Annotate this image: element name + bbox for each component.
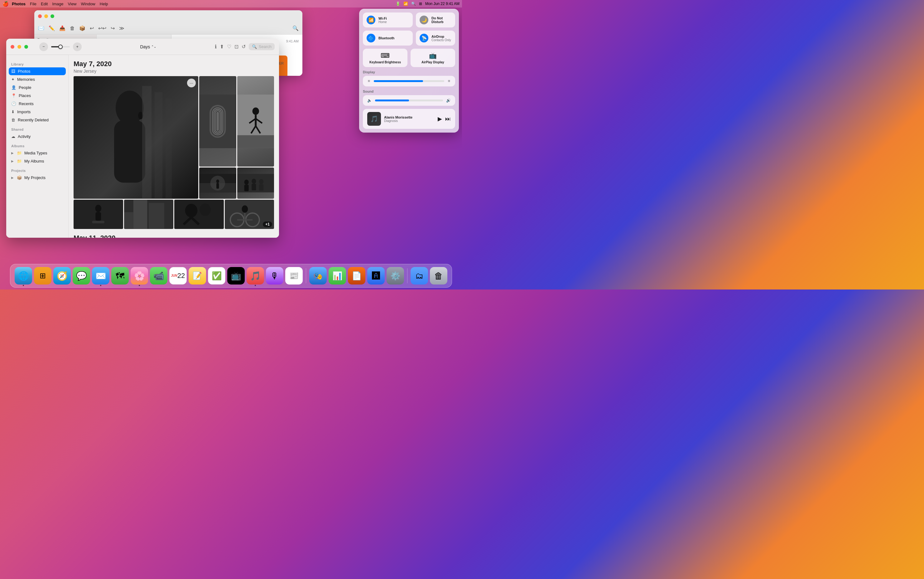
cc-bluetooth-tile[interactable]: 🔷 Bluetooth xyxy=(363,31,413,46)
dock-icon-music[interactable]: 🎵 xyxy=(246,267,264,285)
photo-thumb[interactable] xyxy=(199,167,236,199)
dock-icon-podcasts[interactable]: 🎙 xyxy=(266,267,284,285)
sidebar-item-my-albums[interactable]: ▶ 📁 My Albums xyxy=(9,157,66,165)
photos-minimize-button[interactable] xyxy=(18,45,21,49)
close-button[interactable] xyxy=(38,14,42,18)
apple-menu[interactable]: 🍎 xyxy=(3,1,9,7)
cc-airplay-tile[interactable]: 📺 AirPlay Display xyxy=(411,49,455,67)
cc-dnd-tile[interactable]: 🌙 Do Not Disturb xyxy=(416,13,455,28)
cc-keyboard-tile[interactable]: ⌨ Keyboard Brightness xyxy=(363,49,407,67)
menu-help[interactable]: Help xyxy=(100,2,108,6)
mail-delete-icon[interactable]: 🗑 xyxy=(70,26,75,31)
favorite-icon[interactable]: ♡ xyxy=(227,44,231,50)
battery-icon[interactable]: 🔋 xyxy=(396,2,400,6)
dock-icon-launchpad[interactable]: ⊞ xyxy=(34,267,51,285)
dock-icon-reminders[interactable]: ✅ xyxy=(208,267,225,285)
sidebar-item-recents[interactable]: 🕐 Recents xyxy=(9,100,66,108)
menu-image[interactable]: Image xyxy=(52,2,63,6)
mail-move-icon[interactable]: 📦 xyxy=(79,25,85,31)
sidebar-item-people[interactable]: 👤 People xyxy=(9,83,66,92)
minimize-button[interactable] xyxy=(44,14,48,18)
photo-thumb[interactable] xyxy=(73,200,123,229)
mail-search-icon[interactable]: 🔍 xyxy=(292,25,299,31)
search-icon[interactable]: 🔍 xyxy=(411,2,416,6)
dock-icon-notes[interactable]: 📝 xyxy=(189,267,206,285)
dock-icon-system-preferences[interactable]: ⚙️ xyxy=(386,267,404,285)
photo-ellipsis-btn[interactable]: ··· xyxy=(187,79,196,87)
photo-thumb[interactable]: ··· xyxy=(73,76,198,199)
dock-icon-numbers[interactable]: 📊 xyxy=(329,267,346,285)
cc-airdrop-tile[interactable]: 📡 AirDrop Contacts Only xyxy=(416,31,455,46)
days-selector[interactable]: Days ⌃⌄ xyxy=(140,44,156,49)
dock-icon-finder[interactable]: 🌐 xyxy=(15,267,32,285)
controlcenter-icon[interactable]: ⊞ xyxy=(419,2,422,6)
menu-file[interactable]: File xyxy=(30,2,36,6)
dock-icon-mail[interactable]: ✉️ xyxy=(92,267,109,285)
sound-slider-row: 🔈 🔊 xyxy=(363,95,455,106)
menu-window[interactable]: Window xyxy=(81,2,95,6)
arrow-icon: ▶ xyxy=(11,176,14,179)
dock-icon-appstore[interactable]: 🅰 xyxy=(367,267,385,285)
photo-thumb[interactable]: +1 xyxy=(225,200,274,229)
volume-slider[interactable] xyxy=(375,100,443,101)
sidebar-item-photos[interactable]: 🖼 Photos xyxy=(9,67,66,75)
search-icon: 🔍 xyxy=(252,44,257,49)
photo-thumb[interactable] xyxy=(237,167,274,199)
app-name[interactable]: Photos xyxy=(12,2,26,6)
dock-icon-news[interactable]: 📰 xyxy=(285,267,303,285)
dock-icon-appletv[interactable]: 📺 xyxy=(227,267,245,285)
search-bar[interactable]: 🔍 Search xyxy=(249,43,275,50)
rotate-icon[interactable]: ↺ xyxy=(241,44,246,50)
photo-thumb[interactable] xyxy=(124,200,174,229)
sidebar-item-memories[interactable]: ✦ Memories xyxy=(9,75,66,83)
sidebar-item-places[interactable]: 📍 Places xyxy=(9,92,66,100)
sidebar-item-activity[interactable]: ☁ Activity xyxy=(9,132,66,141)
dock-icon-messages[interactable]: 💬 xyxy=(73,267,90,285)
svg-point-35 xyxy=(95,204,101,212)
mail-replyall-icon[interactable]: ↩↩ xyxy=(98,25,106,31)
photos-title-center: Days ⌃⌄ xyxy=(85,44,212,49)
share-icon[interactable]: ⬆ xyxy=(220,44,224,50)
cc-wifi-tile[interactable]: 📶 Wi-Fi Home xyxy=(363,13,413,28)
photos-icon: 🖼 xyxy=(11,69,15,74)
menu-view[interactable]: View xyxy=(68,2,77,6)
mail-reply-icon[interactable]: ↩ xyxy=(90,25,94,31)
sidebar-item-media-types[interactable]: ▶ 📁 Media Types xyxy=(9,149,66,157)
dock-icon-trash[interactable]: 🗑 xyxy=(430,267,447,285)
mail-forward-icon[interactable]: ↪ xyxy=(111,25,115,31)
photo-thumb[interactable] xyxy=(237,76,274,167)
photos-fullscreen-button[interactable] xyxy=(24,45,28,49)
dock-icon-keynote[interactable]: 🎭 xyxy=(309,267,327,285)
dock-icon-calendar[interactable]: JUN 22 xyxy=(169,267,187,285)
airplay-display-label: AirPlay Display xyxy=(422,61,444,64)
brightness-slider[interactable] xyxy=(374,80,444,82)
dock-icon-maps[interactable]: 🗺 xyxy=(111,267,129,285)
mail-more-icon[interactable]: ≫ xyxy=(119,25,124,31)
dock-icon-pages[interactable]: 📄 xyxy=(348,267,365,285)
skip-forward-button[interactable]: ⏭ xyxy=(445,116,451,122)
photo-thumb[interactable] xyxy=(174,200,224,229)
sidebar-item-recently-deleted[interactable]: 🗑 Recently Deleted xyxy=(9,116,66,124)
photos-close-button[interactable] xyxy=(11,45,14,49)
zoom-slider[interactable] xyxy=(51,46,70,47)
zoom-in-button[interactable]: + xyxy=(73,43,81,51)
dock-icon-photos[interactable]: 🌸 xyxy=(130,267,148,285)
sidebar-item-imports[interactable]: ⬇ Imports xyxy=(9,108,66,116)
mail-archive-icon[interactable]: 📥 xyxy=(59,25,65,31)
mail-compose-icon[interactable]: ✉️ xyxy=(38,25,44,31)
photo-more-badge: +1 xyxy=(263,221,272,227)
zoom-out-button[interactable]: − xyxy=(39,43,48,51)
info-icon[interactable]: ℹ xyxy=(215,44,217,50)
wifi-icon[interactable]: 📶 xyxy=(403,2,408,6)
sidebar-item-my-projects[interactable]: ▶ 📦 My Projects xyxy=(9,174,66,182)
display-slider-icons: ☀ ☀ xyxy=(367,79,451,83)
fullscreen-button[interactable] xyxy=(51,14,54,18)
dock-icon-files[interactable]: 🗂 xyxy=(411,267,428,285)
dock-icon-safari[interactable]: 🧭 xyxy=(53,267,71,285)
play-button[interactable]: ▶ xyxy=(438,115,442,122)
dock-icon-facetime[interactable]: 📹 xyxy=(150,267,168,285)
delete-icon[interactable]: ⊡ xyxy=(235,44,238,50)
menu-edit[interactable]: Edit xyxy=(41,2,48,6)
photo-thumb[interactable] xyxy=(199,76,236,167)
mail-new-icon[interactable]: ✏️ xyxy=(49,25,55,31)
